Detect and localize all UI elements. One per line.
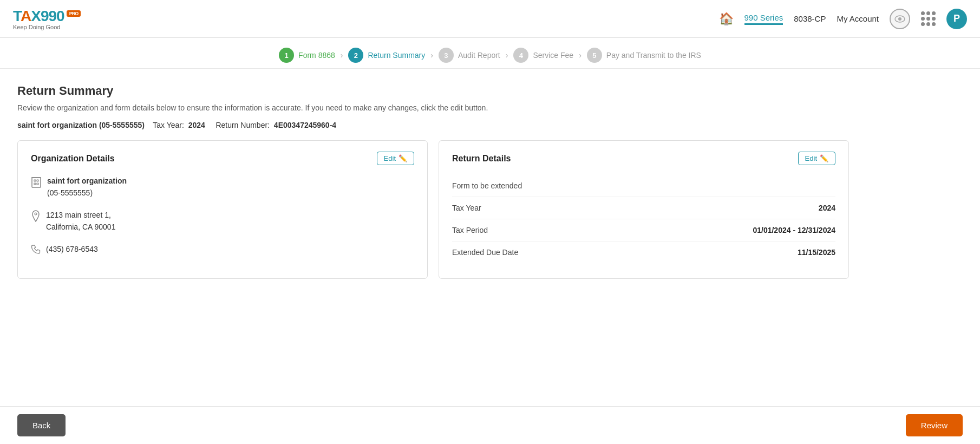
- step-4: 4 Service Fee: [513, 48, 573, 63]
- svg-rect-6: [37, 183, 38, 185]
- edit-pencil-icon: ✏️: [398, 154, 407, 162]
- nav-8038cp[interactable]: 8038-CP: [794, 14, 826, 23]
- step-1-circle: 1: [279, 48, 294, 63]
- logo: TAX990PRO Keep Doing Good: [13, 8, 81, 30]
- return-row-3: Extended Due Date 11/15/2025: [452, 241, 835, 263]
- step-1: 1 Form 8868: [279, 48, 335, 63]
- org-address-row: 1213 main street 1, California, CA 90001: [31, 209, 414, 233]
- svg-point-8: [35, 213, 37, 215]
- cards-row: Organization Details Edit ✏️: [17, 140, 849, 279]
- page-title: Return Summary: [17, 84, 849, 98]
- org-name-inline: saint fort organization (05-5555555): [17, 121, 145, 129]
- org-phone-text: (435) 678-6543: [46, 243, 98, 255]
- step-arrow-3: ›: [506, 51, 508, 60]
- return-label-2: Tax Period: [452, 226, 488, 234]
- return-value-3: 11/15/2025: [798, 248, 835, 257]
- return-label-3: Extended Due Date: [452, 248, 518, 257]
- tax-year-label: Tax Year:: [153, 121, 184, 129]
- nav-990-series[interactable]: 990 Series: [744, 13, 783, 25]
- toggle-icon[interactable]: [890, 9, 910, 29]
- return-label-0: Form to be extended: [452, 181, 522, 190]
- main-content: Return Summary Review the organization a…: [0, 69, 866, 349]
- return-row-2: Tax Period 01/01/2024 - 12/31/2024: [452, 219, 835, 241]
- step-2-label[interactable]: Return Summary: [368, 51, 425, 60]
- return-number-label: Return Number:: [215, 121, 270, 129]
- logo-text: TAX990PRO: [13, 8, 81, 25]
- header: TAX990PRO Keep Doing Good 🏠 990 Series 8…: [0, 0, 980, 38]
- phone-icon: [31, 244, 41, 258]
- avatar[interactable]: P: [946, 9, 967, 29]
- return-row-1: Tax Year 2024: [452, 197, 835, 219]
- svg-point-1: [898, 17, 901, 21]
- home-icon[interactable]: 🏠: [719, 12, 734, 26]
- return-number-value: 4E00347245960-4: [274, 121, 336, 129]
- return-value-2: 01/01/2024 - 12/31/2024: [753, 226, 835, 234]
- step-5-label[interactable]: Pay and Transmit to the IRS: [606, 51, 701, 60]
- step-2: 2 Return Summary: [348, 48, 425, 63]
- return-edit-pencil-icon: ✏️: [820, 154, 828, 162]
- org-phone-row: (435) 678-6543: [31, 243, 414, 258]
- tax-year-value: 2024: [188, 121, 205, 129]
- org-info-line: saint fort organization (05-5555555) Tax…: [17, 121, 849, 129]
- return-card-title: Return Details: [452, 154, 511, 164]
- return-label-1: Tax Year: [452, 204, 481, 212]
- stepper: 1 Form 8868 › 2 Return Summary › 3 Audit…: [0, 38, 980, 69]
- org-details-card: Organization Details Edit ✏️: [17, 140, 428, 279]
- pro-badge: PRO: [67, 10, 81, 17]
- svg-rect-2: [32, 178, 41, 187]
- grid-icon[interactable]: [921, 11, 936, 26]
- building-icon: [31, 176, 42, 191]
- return-value-1: 2024: [819, 204, 835, 212]
- step-arrow-4: ›: [579, 51, 582, 60]
- return-edit-button[interactable]: Edit ✏️: [798, 152, 835, 165]
- step-2-circle: 2: [348, 48, 363, 63]
- svg-rect-3: [34, 180, 36, 181]
- svg-rect-5: [34, 183, 36, 185]
- return-edit-label: Edit: [805, 154, 817, 162]
- org-edit-button[interactable]: Edit ✏️: [377, 152, 414, 165]
- step-5: 5 Pay and Transmit to the IRS: [587, 48, 701, 63]
- step-5-circle: 5: [587, 48, 602, 63]
- step-arrow-2: ›: [430, 51, 433, 60]
- org-address-text: 1213 main street 1, California, CA 90001: [46, 209, 115, 233]
- logo-tagline: Keep Doing Good: [13, 24, 81, 30]
- return-card-header: Return Details Edit ✏️: [452, 152, 835, 165]
- header-right: 🏠 990 Series 8038-CP My Account P: [719, 9, 967, 29]
- location-icon: [31, 210, 41, 225]
- org-name-text: saint fort organization (05-5555555): [47, 175, 127, 199]
- step-4-circle: 4: [513, 48, 528, 63]
- step-3-label[interactable]: Audit Report: [458, 51, 500, 60]
- step-arrow-1: ›: [341, 51, 343, 60]
- step-3-circle: 3: [439, 48, 454, 63]
- org-card-title: Organization Details: [31, 154, 115, 164]
- org-edit-label: Edit: [384, 154, 396, 162]
- org-card-header: Organization Details Edit ✏️: [31, 152, 414, 165]
- step-4-label[interactable]: Service Fee: [533, 51, 573, 60]
- org-name-row: saint fort organization (05-5555555): [31, 175, 414, 199]
- return-details-card: Return Details Edit ✏️ Form to be extend…: [439, 140, 849, 279]
- svg-rect-4: [37, 180, 38, 181]
- step-1-label[interactable]: Form 8868: [298, 51, 335, 60]
- page-description: Review the organization and form details…: [17, 103, 849, 112]
- my-account-link[interactable]: My Account: [837, 14, 879, 23]
- return-row-0: Form to be extended: [452, 175, 835, 197]
- step-3: 3 Audit Report: [439, 48, 500, 63]
